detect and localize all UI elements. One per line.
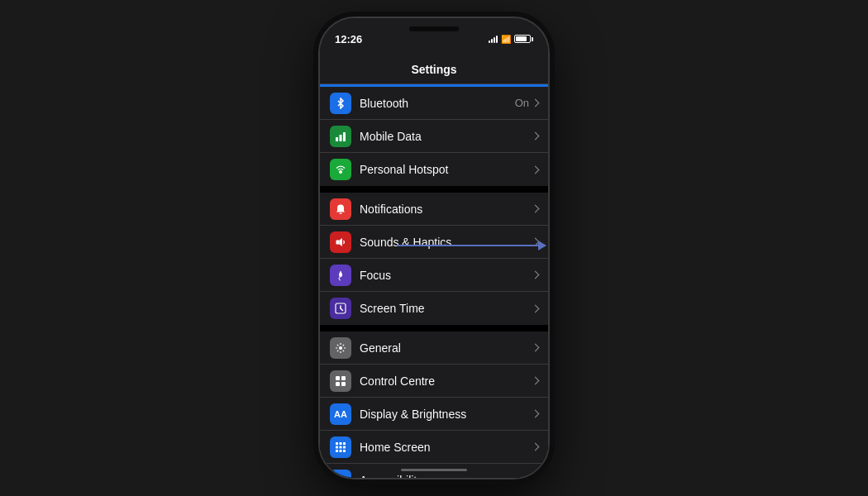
annotation-arrow bbox=[397, 245, 546, 246]
connectivity-group: Bluetooth On Mobile Data bbox=[320, 87, 548, 186]
svg-point-8 bbox=[339, 346, 342, 350]
display-brightness-row[interactable]: AA Display & Brightness bbox=[320, 398, 548, 431]
svg-rect-1 bbox=[340, 135, 342, 141]
home-screen-label: Home Screen bbox=[360, 441, 532, 454]
focus-label: Focus bbox=[360, 269, 532, 282]
svg-rect-20 bbox=[340, 450, 342, 452]
sounds-label: Sounds & Haptics bbox=[360, 236, 532, 249]
svg-rect-19 bbox=[336, 450, 338, 452]
svg-rect-13 bbox=[336, 442, 338, 445]
svg-rect-21 bbox=[343, 450, 346, 452]
wifi-icon: 📶 bbox=[501, 35, 511, 44]
settings-content: Bluetooth On Mobile Data bbox=[320, 84, 548, 478]
nav-title: Settings bbox=[411, 63, 456, 76]
notifications-group: Notifications Sounds & Haptics bbox=[320, 193, 548, 325]
phone-shell: 12:26 📶 Settings bbox=[318, 17, 550, 479]
svg-rect-11 bbox=[336, 382, 340, 386]
bluetooth-row[interactable]: Bluetooth On bbox=[320, 87, 548, 120]
svg-rect-14 bbox=[340, 442, 342, 445]
hotspot-chevron bbox=[532, 165, 540, 174]
general-group: General Control Centre bbox=[320, 331, 548, 478]
svg-rect-12 bbox=[341, 382, 346, 386]
status-bar: 12:26 📶 bbox=[320, 18, 548, 55]
svg-rect-10 bbox=[341, 376, 346, 380]
home-indicator bbox=[401, 469, 467, 471]
notifications-label: Notifications bbox=[360, 203, 532, 216]
accessibility-chevron bbox=[532, 476, 540, 478]
svg-rect-16 bbox=[336, 446, 338, 448]
mobile-data-icon bbox=[330, 126, 351, 147]
home-screen-chevron bbox=[532, 443, 540, 451]
scene: 12:26 📶 Settings bbox=[0, 0, 868, 496]
bluetooth-label: Bluetooth bbox=[360, 97, 515, 110]
hotspot-label: Personal Hotspot bbox=[360, 163, 532, 176]
notifications-row[interactable]: Notifications bbox=[320, 193, 548, 226]
bluetooth-value: On bbox=[515, 97, 529, 109]
sounds-icon bbox=[330, 231, 351, 253]
focus-row[interactable]: Focus bbox=[320, 259, 548, 292]
svg-rect-18 bbox=[343, 446, 346, 448]
accessibility-label: Accessibility bbox=[360, 474, 532, 479]
focus-icon bbox=[330, 265, 351, 286]
accessibility-icon bbox=[330, 470, 351, 479]
svg-rect-17 bbox=[340, 446, 342, 448]
svg-rect-0 bbox=[336, 137, 338, 141]
status-time: 12:26 bbox=[335, 33, 362, 45]
control-centre-icon bbox=[330, 370, 351, 392]
hotspot-row[interactable]: Personal Hotspot bbox=[320, 153, 548, 186]
svg-rect-4 bbox=[336, 240, 340, 244]
home-screen-icon bbox=[330, 436, 351, 458]
control-centre-row[interactable]: Control Centre bbox=[320, 365, 548, 398]
general-chevron bbox=[532, 344, 540, 352]
status-icons: 📶 bbox=[489, 35, 533, 44]
notch bbox=[409, 26, 459, 31]
bluetooth-chevron bbox=[532, 99, 540, 107]
svg-point-22 bbox=[340, 475, 342, 478]
home-screen-row[interactable]: Home Screen bbox=[320, 431, 548, 464]
nav-bar: Settings bbox=[320, 55, 548, 84]
display-icon: AA bbox=[330, 403, 351, 425]
display-chevron bbox=[532, 410, 540, 418]
focus-chevron bbox=[532, 271, 540, 279]
control-centre-chevron bbox=[532, 377, 540, 385]
general-row[interactable]: General bbox=[320, 331, 548, 365]
screen: Settings Bluetooth On bbox=[320, 55, 548, 478]
mobile-data-label: Mobile Data bbox=[360, 130, 532, 143]
general-label: General bbox=[360, 341, 532, 355]
svg-point-3 bbox=[339, 170, 342, 174]
battery-icon bbox=[514, 35, 533, 43]
screen-time-icon bbox=[330, 298, 351, 319]
svg-line-7 bbox=[341, 308, 343, 311]
signal-icon bbox=[489, 35, 498, 43]
control-centre-label: Control Centre bbox=[360, 374, 532, 388]
display-label: Display & Brightness bbox=[360, 408, 532, 421]
svg-rect-2 bbox=[343, 132, 346, 141]
sounds-haptics-row[interactable]: Sounds & Haptics bbox=[320, 226, 548, 259]
hotspot-icon bbox=[330, 159, 351, 180]
screen-time-label: Screen Time bbox=[360, 302, 532, 315]
svg-rect-9 bbox=[336, 376, 340, 380]
mobile-data-row[interactable]: Mobile Data bbox=[320, 120, 548, 153]
svg-rect-15 bbox=[343, 442, 346, 445]
screen-time-row[interactable]: Screen Time bbox=[320, 292, 548, 325]
bluetooth-icon bbox=[330, 93, 351, 114]
general-icon bbox=[330, 337, 351, 359]
notifications-icon bbox=[330, 198, 351, 220]
notifications-chevron bbox=[532, 205, 540, 213]
mobile-data-chevron bbox=[532, 132, 540, 141]
screen-time-chevron bbox=[532, 304, 540, 312]
